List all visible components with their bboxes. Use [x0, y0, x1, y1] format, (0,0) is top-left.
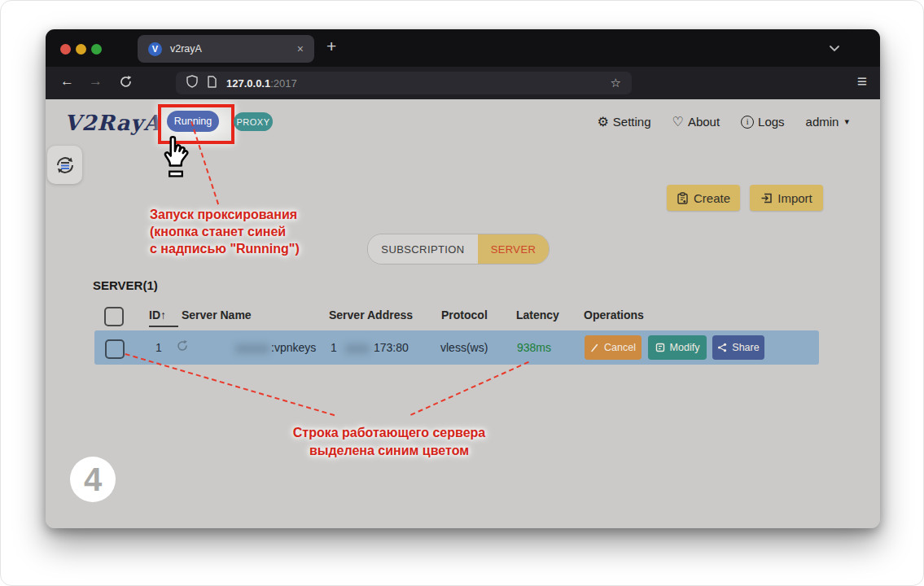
- top-navigation: ⚙ Setting ♡ About i Logs admin ▾: [597, 114, 849, 129]
- annotation-row-note: Строка работающего сервера выделена сини…: [272, 424, 506, 460]
- column-header-address[interactable]: Server Address: [329, 308, 413, 321]
- reload-icon[interactable]: [119, 75, 133, 92]
- screenshot-frame: V v2rayA × + ← → 127.0.0: [0, 0, 924, 586]
- url-host: 127.0.0.1: [226, 77, 270, 90]
- chevron-down-icon[interactable]: [828, 42, 841, 58]
- row-checkbox[interactable]: [105, 339, 125, 359]
- create-button-label: Create: [694, 191, 730, 205]
- step-number-badge: 4: [70, 457, 116, 502]
- minimize-window-button[interactable]: [76, 44, 86, 55]
- shield-icon[interactable]: [186, 75, 198, 91]
- browser-tab[interactable]: V v2rayA ×: [138, 35, 314, 63]
- select-all-checkbox[interactable]: [104, 307, 124, 326]
- create-button[interactable]: Create: [667, 185, 740, 211]
- annotation-line: (кнопка станет синей: [150, 223, 300, 240]
- sort-active-indicator: [149, 326, 178, 327]
- column-header-id[interactable]: ID↑: [149, 308, 166, 321]
- forward-icon[interactable]: →: [89, 73, 103, 90]
- browser-menu-icon[interactable]: ≡: [857, 72, 867, 91]
- url-text[interactable]: 127.0.0.1:2017: [226, 77, 611, 90]
- cancel-button[interactable]: Cancel: [585, 335, 642, 360]
- pencil-icon: [590, 343, 599, 352]
- column-header-latency[interactable]: Latency: [516, 308, 559, 321]
- heart-icon: ♡: [672, 114, 684, 129]
- cell-address-start: 1: [331, 341, 337, 354]
- caret-down-icon: ▾: [844, 116, 849, 127]
- modify-button[interactable]: Modify: [648, 335, 707, 360]
- page-icon[interactable]: [207, 76, 217, 91]
- v2raya-favicon-icon: V: [148, 42, 162, 56]
- proxy-button[interactable]: PROXY: [234, 112, 273, 131]
- share-button-label: Share: [732, 342, 759, 353]
- tab-title: v2rayA: [170, 43, 297, 55]
- tab-subscription[interactable]: SUBSCRIPTION: [368, 234, 478, 264]
- column-header-operations: Operations: [584, 308, 644, 321]
- v2raya-logo: V2RayA: [64, 111, 161, 135]
- share-nodes-icon: [717, 343, 727, 352]
- annotation-line: Запуск проксирования: [150, 206, 300, 223]
- nav-setting[interactable]: ⚙ Setting: [597, 114, 650, 129]
- back-icon[interactable]: ←: [60, 73, 74, 90]
- section-title: SERVER(1): [93, 278, 158, 292]
- sort-arrow-icon: ↑: [160, 308, 166, 321]
- nav-setting-label: Setting: [613, 115, 651, 129]
- cell-id: 1: [155, 341, 162, 354]
- table-row-server[interactable]: 1 :vpnkeys 1 173:80 vless(ws) 938ms Canc…: [94, 330, 819, 365]
- browser-tab-bar: V v2rayA × +: [46, 29, 880, 67]
- cell-server-name: :vpnkeys: [271, 341, 316, 354]
- annotation-line: Строка работающего сервера: [272, 424, 506, 442]
- cell-latency: 938ms: [517, 341, 551, 354]
- annotation-dashed-line: [410, 361, 529, 416]
- clipboard-plus-icon: [677, 192, 689, 204]
- hand-cursor-icon: [160, 135, 194, 181]
- import-icon: [760, 192, 773, 204]
- nav-about[interactable]: ♡ About: [672, 114, 720, 129]
- new-tab-button[interactable]: +: [326, 37, 336, 56]
- redacted-address-blur: [345, 344, 370, 353]
- zoom-window-button[interactable]: [91, 44, 102, 55]
- bookmark-star-icon[interactable]: ☆: [611, 76, 621, 90]
- redacted-name-blur: [235, 344, 269, 353]
- browser-toolbar: ← → 127.0.0.1:2017 ☆ ≡: [46, 67, 880, 99]
- cancel-button-label: Cancel: [604, 342, 636, 353]
- url-bar[interactable]: 127.0.0.1:2017 ☆: [176, 72, 632, 94]
- import-button[interactable]: Import: [750, 185, 823, 211]
- cell-protocol: vless(ws): [440, 341, 488, 354]
- nav-logs[interactable]: i Logs: [741, 115, 785, 129]
- tab-server[interactable]: SERVER: [478, 234, 549, 264]
- refresh-list-icon: [54, 154, 77, 177]
- nav-about-label: About: [688, 115, 720, 129]
- annotation-line: с надписью "Running"): [150, 240, 300, 257]
- refresh-icon: [176, 339, 189, 355]
- tab-close-icon[interactable]: ×: [297, 42, 304, 55]
- column-header-name[interactable]: Server Name: [182, 308, 252, 321]
- share-button[interactable]: Share: [712, 335, 764, 360]
- v2raya-app: V2RayA Running PROXY ⚙ Setting ♡ About i…: [46, 99, 880, 528]
- nav-logs-label: Logs: [758, 115, 785, 129]
- close-window-button[interactable]: [60, 44, 71, 55]
- browser-window: V v2rayA × + ← → 127.0.0: [46, 29, 880, 528]
- list-type-toggle: SUBSCRIPTION SERVER: [367, 234, 550, 265]
- column-header-protocol[interactable]: Protocol: [441, 308, 488, 321]
- info-icon: i: [741, 116, 754, 129]
- user-menu-label: admin: [806, 115, 839, 129]
- url-port: :2017: [270, 77, 297, 90]
- annotation-run-note: Запуск проксирования (кнопка станет сине…: [150, 206, 300, 257]
- modify-button-label: Modify: [670, 342, 700, 353]
- annotation-line: выделена синим цветом: [272, 442, 506, 460]
- import-button-label: Import: [777, 191, 812, 205]
- edit-note-icon: [655, 343, 665, 352]
- gear-icon: ⚙: [597, 114, 608, 129]
- cell-address-end: 173:80: [374, 341, 409, 354]
- log-console-floating-button[interactable]: [47, 146, 82, 184]
- user-menu-admin[interactable]: admin ▾: [806, 115, 849, 129]
